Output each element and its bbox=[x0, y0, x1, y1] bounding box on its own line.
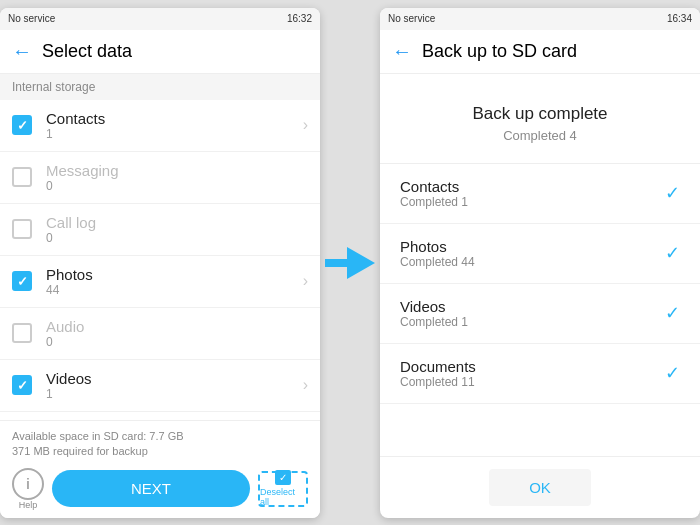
backup-complete-title: Back up complete bbox=[400, 104, 680, 124]
deselect-label: Deselect all bbox=[260, 487, 306, 507]
left-status-time: 16:32 bbox=[287, 13, 312, 24]
checkmark-contacts: ✓ bbox=[665, 182, 680, 204]
left-items-list: Contacts 1 › Messaging 0 Call log 0 Phot… bbox=[0, 100, 320, 420]
backup-item-contacts: Contacts Completed 1 ✓ bbox=[380, 164, 700, 224]
arrow-shaft bbox=[325, 259, 347, 267]
backup-status-photos: Completed 44 bbox=[400, 255, 665, 269]
left-header: ← Select data bbox=[0, 30, 320, 74]
deselect-all-button[interactable]: Deselect all bbox=[258, 471, 308, 507]
left-footer: Available space in SD card: 7.7 GB 371 M… bbox=[0, 420, 320, 518]
item-count-audio: 0 bbox=[46, 335, 308, 349]
list-item-audio[interactable]: Audio 0 bbox=[0, 308, 320, 360]
checkbox-audio[interactable] bbox=[12, 323, 32, 343]
item-count-contacts: 1 bbox=[46, 127, 303, 141]
left-phone-screen: No service 16:32 ← Select data Internal … bbox=[0, 8, 320, 518]
footer-actions: i Help NEXT Deselect all bbox=[12, 468, 308, 510]
help-button[interactable]: i bbox=[12, 468, 44, 500]
backup-complete-subtitle: Completed 4 bbox=[400, 128, 680, 143]
right-status-service: No service bbox=[388, 13, 435, 24]
item-name-messaging: Messaging bbox=[46, 162, 308, 179]
ok-button[interactable]: OK bbox=[489, 469, 591, 506]
list-item-documents[interactable]: Documents 1 › bbox=[0, 412, 320, 420]
backup-complete-section: Back up complete Completed 4 bbox=[380, 74, 700, 164]
left-page-title: Select data bbox=[42, 41, 132, 62]
checkmark-photos: ✓ bbox=[665, 242, 680, 264]
item-count-photos: 44 bbox=[46, 283, 303, 297]
checkbox-messaging[interactable] bbox=[12, 167, 32, 187]
left-section-label: Internal storage bbox=[0, 74, 320, 100]
item-name-audio: Audio bbox=[46, 318, 308, 335]
chevron-videos: › bbox=[303, 376, 308, 394]
backup-status-videos: Completed 1 bbox=[400, 315, 665, 329]
list-item-calllog[interactable]: Call log 0 bbox=[0, 204, 320, 256]
backup-name-documents: Documents bbox=[400, 358, 665, 375]
item-name-videos: Videos bbox=[46, 370, 303, 387]
item-count-videos: 1 bbox=[46, 387, 303, 401]
right-status-time: 16:34 bbox=[667, 13, 692, 24]
item-count-calllog: 0 bbox=[46, 231, 308, 245]
right-page-title: Back up to SD card bbox=[422, 41, 577, 62]
arrow-head bbox=[347, 247, 375, 279]
list-item-videos[interactable]: Videos 1 › bbox=[0, 360, 320, 412]
item-name-photos: Photos bbox=[46, 266, 303, 283]
right-status-bar: No service 16:34 bbox=[380, 8, 700, 30]
item-name-contacts: Contacts bbox=[46, 110, 303, 127]
backup-status-documents: Completed 11 bbox=[400, 375, 665, 389]
next-button[interactable]: NEXT bbox=[52, 470, 250, 507]
right-footer: OK bbox=[380, 456, 700, 518]
backup-name-videos: Videos bbox=[400, 298, 665, 315]
transition-arrow bbox=[330, 247, 370, 279]
backup-item-documents: Documents Completed 11 ✓ bbox=[380, 344, 700, 404]
item-name-calllog: Call log bbox=[46, 214, 308, 231]
left-status-service: No service bbox=[8, 13, 55, 24]
backup-status-contacts: Completed 1 bbox=[400, 195, 665, 209]
checkbox-videos[interactable] bbox=[12, 375, 32, 395]
list-item-photos[interactable]: Photos 44 › bbox=[0, 256, 320, 308]
checkmark-videos: ✓ bbox=[665, 302, 680, 324]
backup-name-contacts: Contacts bbox=[400, 178, 665, 195]
backup-item-photos: Photos Completed 44 ✓ bbox=[380, 224, 700, 284]
chevron-contacts: › bbox=[303, 116, 308, 134]
backup-info: 371 MB required for backup bbox=[12, 444, 308, 459]
checkmark-documents: ✓ bbox=[665, 362, 680, 384]
checkbox-photos[interactable] bbox=[12, 271, 32, 291]
backup-items-list: Contacts Completed 1 ✓ Photos Completed … bbox=[380, 164, 700, 456]
list-item-messaging[interactable]: Messaging 0 bbox=[0, 152, 320, 204]
right-phone-screen: No service 16:34 ← Back up to SD card Ba… bbox=[380, 8, 700, 518]
backup-name-photos: Photos bbox=[400, 238, 665, 255]
chevron-photos: › bbox=[303, 272, 308, 290]
backup-item-videos: Videos Completed 1 ✓ bbox=[380, 284, 700, 344]
checkbox-calllog[interactable] bbox=[12, 219, 32, 239]
checkbox-contacts[interactable] bbox=[12, 115, 32, 135]
right-header: ← Back up to SD card bbox=[380, 30, 700, 74]
item-count-messaging: 0 bbox=[46, 179, 308, 193]
right-back-button[interactable]: ← bbox=[392, 40, 412, 63]
list-item-contacts[interactable]: Contacts 1 › bbox=[0, 100, 320, 152]
help-label: Help bbox=[19, 500, 38, 510]
left-back-button[interactable]: ← bbox=[12, 40, 32, 63]
deselect-icon bbox=[275, 470, 291, 485]
storage-info: Available space in SD card: 7.7 GB bbox=[12, 429, 308, 444]
left-status-bar: No service 16:32 bbox=[0, 8, 320, 30]
